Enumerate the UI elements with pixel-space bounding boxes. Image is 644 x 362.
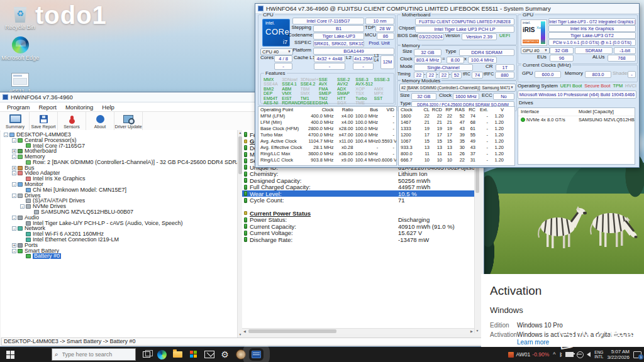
tree-item-icon [26,254,31,258]
tree-item[interactable]: Video Adapter [1,171,237,177]
details-hscrollbar-thumb[interactable] [248,329,336,333]
tree-item[interactable]: Intel Tiger Lake-U/Y PCH-LP - cAVS (Audi… [1,221,237,226]
tree-expand-toggle[interactable] [12,182,16,187]
taskbar-app-button[interactable] [248,347,264,362]
action-center-icon[interactable]: 1 [633,351,641,358]
taskbar-app-button[interactable] [138,347,154,362]
tree-item-icon [18,138,23,143]
battery-row-icon [244,191,247,196]
drive-row[interactable]: NVMe 4x 8.0 GT/s SAMSUNG MZVLQ512HBLU-00… [518,116,635,123]
detail-label: Current Power Status [250,210,398,217]
tree-item[interactable]: Central Processor(s) [1,138,237,143]
menu-item[interactable]: Monitoring [61,104,97,111]
tree-item[interactable]: Motherboard [1,148,237,154]
tree-expand-toggle[interactable] [12,166,16,170]
search-input[interactable] [61,351,126,358]
cpu-l1-field: 4x32 + 4x48 [314,55,345,62]
menu-item[interactable]: Program [3,104,34,111]
tree-item[interactable]: Intel Iris Xe Graphics [1,176,237,182]
scroll-down-arrow[interactable]: ▼ [475,328,480,333]
detail-row[interactable]: Full Charged Capacity: 44957 mWh [242,184,474,190]
cpu-feature-flag: AVX-512 [355,82,374,86]
tree-item[interactable]: Drives [1,193,237,199]
tree-item[interactable]: Monitor [1,182,237,187]
cpu-feature-flag: SSE4.2 [301,82,319,86]
scroll-left-arrow[interactable]: ◀ [242,329,247,334]
taskbar-app-button[interactable] [154,347,170,362]
tree-item[interactable]: SAMSUNG MZVLQ512HBLU-00B07 [1,209,237,215]
toolbar-button[interactable]: Save Report [30,112,58,131]
tree-item[interactable]: Battery #0 [1,254,237,260]
tree-item[interactable]: Bus [1,165,237,171]
tree-expand-toggle[interactable] [12,216,16,220]
tree-item[interactable]: Intel Core i7-1165G7 [1,143,237,149]
toolbar-button[interactable]: Sensors [58,112,86,131]
detail-row[interactable]: Discharge Rate: -13478 mW [242,236,474,243]
taskbar-app-button[interactable]: ⚙ [217,347,233,362]
tree-item[interactable]: (S)ATA/ATAPI Drives [1,199,237,204]
gpu-alus-field: 768 [608,55,636,62]
taskbar-app-button[interactable] [186,347,201,362]
tree-item[interactable]: Smart Battery [1,248,237,254]
detail-row[interactable]: Wear Level: 10.5 % [242,190,474,197]
desktop-icon-microsoft-edge[interactable]: Microsoft Edge [0,36,40,61]
tree-item[interactable]: Chi Mei [Unknown Model: CMN15E7] [1,187,237,193]
start-button[interactable] [0,347,20,362]
tree-expand-toggle[interactable] [12,194,16,198]
tree-item[interactable]: Intel Ethernet Connection I219-LM [1,237,237,243]
hidden-icons-caret[interactable]: ^ [553,351,555,358]
tree-item-icon [18,166,23,170]
tree-item[interactable]: Audio [1,215,237,221]
tree-item[interactable]: Network [1,226,237,232]
tree-expand-toggle[interactable] [12,155,16,159]
operating-point-row: LFM (Min) 400.0 MHz x4.00 100.0 MHz - [258,119,396,126]
detail-row[interactable]: Chemistry: Lithium Ion [242,171,474,177]
tree-expand-toggle[interactable] [12,171,16,175]
tree-item[interactable]: Row: 2 [BANK 0/DIMM0 (Controller1-Channe… [1,160,237,165]
tree-expand-toggle[interactable] [12,226,16,231]
stock-ticker-widget[interactable]: AW01 -0.90% [508,351,549,358]
toolbar-button[interactable]: About [86,112,114,131]
taskbar-app-button[interactable] [170,347,186,362]
toolbar-button-icon [96,115,104,123]
tree-expand-toggle[interactable] [12,138,16,143]
taskbar-app-button[interactable] [201,347,217,362]
network-icon[interactable] [577,351,584,358]
tree-expand-toggle[interactable] [4,133,8,137]
volume-icon[interactable] [587,352,591,357]
menu-item[interactable]: Report [34,104,61,111]
tree-expand-toggle[interactable] [12,149,16,153]
details-hscrollbar[interactable]: ◀ ▶ [242,328,474,334]
detail-row[interactable]: Current Voltage: 15.627 V [242,230,474,236]
taskbar-app-button[interactable] [233,347,248,362]
tree-item[interactable]: Intel Wi-Fi 6 AX201 160MHz [1,231,237,237]
memory-size-field: 32 GB [414,49,441,56]
tree-expand-toggle[interactable] [20,204,25,209]
taskbar-clock[interactable]: 5:07 AM 3/22/2026 [607,349,630,360]
detail-row[interactable]: Designed Capacity: 50256 mWh [242,177,474,184]
gpu-selector-dropdown[interactable]: GPU #0▼ [521,47,550,54]
desktop-icon-recycle-bin[interactable]: Recycle Bin [0,5,40,30]
toolbar-button[interactable]: Summary [1,112,30,131]
detail-row[interactable]: Cycle Count: 71 [242,197,474,203]
detail-row[interactable]: Power Status: Discharging [242,217,474,223]
learn-more-link[interactable]: Learn more [517,339,549,346]
summary-titlebar[interactable]: HWiNFO64 v7.36-4960 @ FUJITSU CLIENT COM… [255,4,639,14]
tree-item[interactable]: NVMe Drives [1,204,237,209]
menu-item[interactable]: Help [97,104,119,111]
tree-item-label: (S)ATA/ATAPI Drives [33,198,85,204]
tree-expand-toggle[interactable] [12,243,16,248]
memory-module-dropdown[interactable]: #2 [BANK 0/DIMM0 (Controller1-ChannelA)]… [399,84,516,92]
tree-expand-toggle[interactable] [12,249,16,253]
detail-row[interactable]: Current Power Status [242,210,474,216]
tree-item[interactable]: DESKTOP-L4MM0E3 [1,132,237,138]
tree-item[interactable]: Ports [1,243,237,248]
cpu-feature-flag: SSE-3 [355,77,374,82]
toolbar-button[interactable]: Driver Update [114,112,143,131]
scroll-right-arrow[interactable]: ▶ [469,329,474,334]
detail-row[interactable]: Current Capacity: 40910 mWh (91.0 %) [242,223,474,229]
desktop-icon-screenshot-file[interactable]: e5511_1 [0,73,40,94]
taskbar-search[interactable]: ⌕ [52,348,136,361]
tree-item[interactable]: Memory [1,154,237,160]
keyboard-language-indicator[interactable]: ENG INTL [594,350,603,359]
